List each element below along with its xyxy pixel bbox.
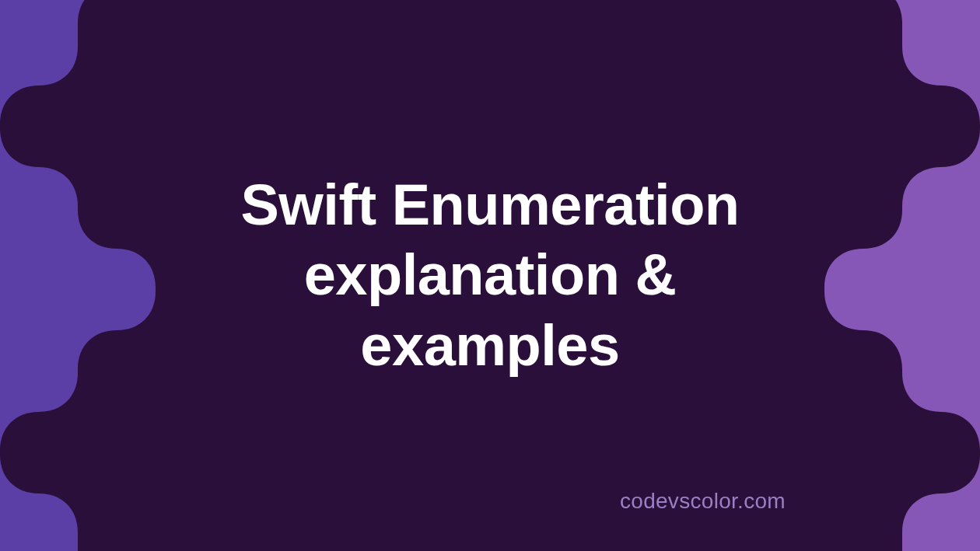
decorative-blob-shape xyxy=(0,0,980,551)
watermark-text: codevscolor.com xyxy=(620,489,786,514)
